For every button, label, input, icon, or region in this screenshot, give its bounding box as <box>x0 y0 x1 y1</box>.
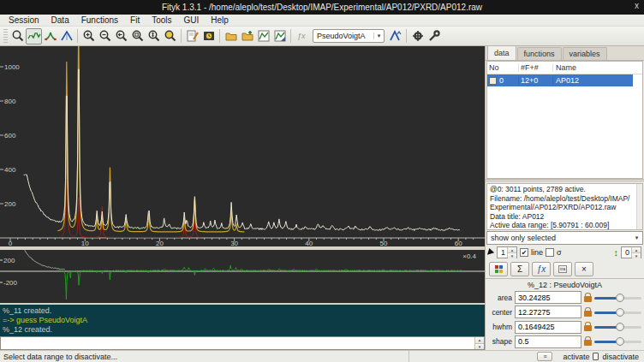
param-slider-area[interactable] <box>594 293 641 303</box>
export-data-icon[interactable] <box>255 28 271 45</box>
run-fit-icon[interactable] <box>409 28 426 45</box>
info-scrollbar[interactable] <box>636 184 642 229</box>
plot-column: 01020304050602004006008001000 200-200×0.… <box>0 46 485 350</box>
menu-fit[interactable]: Fit <box>125 15 145 25</box>
session-log-icon[interactable] <box>200 28 217 45</box>
tab-functions[interactable]: functions <box>517 47 562 60</box>
menu-gui[interactable]: GUI <box>179 15 205 25</box>
main-content: 01020304050602004006008001000 200-200×0.… <box>0 46 644 350</box>
auto-add-icon[interactable]: ƒx <box>294 28 310 45</box>
y-tick-label: 800 <box>4 98 16 105</box>
edit-script-icon[interactable] <box>184 28 200 45</box>
zoom-all-icon[interactable] <box>129 28 146 45</box>
point-size-value: 1 <box>498 247 507 258</box>
fx-icon: ƒx <box>537 264 546 274</box>
open-recent-data-icon[interactable] <box>239 28 255 45</box>
table-row[interactable]: 0 12+0 AP012 <box>487 74 633 86</box>
add-auto-peak-icon[interactable] <box>387 28 403 45</box>
param-label: hwhm <box>487 323 512 331</box>
param-row-area: area <box>487 290 641 305</box>
param-input-hwhm[interactable] <box>515 321 581 334</box>
close-icon: × <box>581 264 587 274</box>
sigma-checkbox[interactable] <box>546 248 554 257</box>
lock-icon[interactable] <box>584 340 592 346</box>
line-checkbox[interactable]: ✔ <box>520 248 528 257</box>
menu-functions[interactable]: Functions <box>76 15 123 25</box>
zoom-vertical-icon[interactable] <box>146 28 162 45</box>
param-input-shape[interactable] <box>515 335 581 348</box>
param-slider-hwhm[interactable] <box>594 322 641 332</box>
tab-data[interactable]: data <box>487 45 516 60</box>
info-line: Filename: /home/aleplo/test/Desktop/IMAP… <box>490 194 640 204</box>
menu-tools[interactable]: Tools <box>146 15 176 25</box>
lock-icon[interactable] <box>584 311 592 317</box>
toolbar-grip[interactable] <box>3 29 8 43</box>
lock-icon[interactable] <box>584 325 592 331</box>
info-line: Active data range: [5.90791 : 60.009] <box>490 221 640 230</box>
y-tick-label: 400 <box>4 166 16 174</box>
menu-help[interactable]: Help <box>206 15 234 25</box>
slider-thumb[interactable] <box>616 308 624 317</box>
dataset-checkbox[interactable] <box>489 77 497 85</box>
add-peak-mode-icon[interactable] <box>42 28 58 45</box>
sidebar-splitter[interactable] <box>486 179 644 182</box>
param-label: shape <box>487 337 512 346</box>
param-slider-shape[interactable] <box>594 336 641 347</box>
fit-settings-icon[interactable] <box>426 28 442 45</box>
spin-up-icon[interactable]: ▴ <box>632 247 641 253</box>
command-history-spinner[interactable]: ▴ ▾ <box>474 337 484 349</box>
mouse-mode-button[interactable]: ≡ <box>537 352 552 361</box>
delete-button[interactable]: × <box>575 262 593 276</box>
param-input-center[interactable] <box>515 306 581 318</box>
sum-button[interactable]: Σ <box>510 262 529 276</box>
toolbar-separator <box>290 29 291 43</box>
function-labels-button[interactable]: ƒx <box>532 262 551 276</box>
auxiliary-plot[interactable]: 200-200×0.4 <box>0 250 485 303</box>
zoom-mode-icon[interactable] <box>9 28 26 45</box>
table-header: No #F+# Name <box>487 62 642 74</box>
point-size-spinner[interactable]: 1 ▴▾ <box>497 246 517 258</box>
add-point-mode-icon[interactable] <box>58 28 75 45</box>
tab-variables[interactable]: variables <box>563 47 607 60</box>
undo-zoom-icon[interactable] <box>113 28 129 45</box>
plot-export-button[interactable]: tra <box>553 262 572 276</box>
info-line: @0: 3011 points, 2789 active. <box>490 185 640 194</box>
previous-zoom-icon[interactable] <box>162 28 178 45</box>
spinner-up-icon[interactable]: ▴ <box>475 337 484 344</box>
range-mode-icon[interactable] <box>26 28 42 45</box>
x-tick-label: 20 <box>156 240 164 246</box>
slider-thumb[interactable] <box>616 323 624 331</box>
column-name: Name <box>552 63 642 72</box>
zoom-out-icon[interactable] <box>97 28 113 45</box>
shift-spinner[interactable]: 0 ▴▾ <box>621 246 641 258</box>
zoom-in-icon[interactable] <box>80 28 97 45</box>
menu-session[interactable]: Session <box>3 15 45 25</box>
dataset-table: No #F+# Name 0 12+0 AP012 <box>486 61 643 179</box>
color-style-button[interactable] <box>489 262 508 276</box>
menu-data[interactable]: Data <box>46 15 75 25</box>
parameter-panel: areacenterhwhmshape <box>486 290 644 350</box>
slider-thumb[interactable] <box>616 337 624 346</box>
lock-icon[interactable] <box>584 296 592 302</box>
open-data-icon[interactable] <box>223 28 239 45</box>
param-input-area[interactable] <box>515 291 581 304</box>
sidebar-tabs: data functions variables <box>486 46 644 61</box>
save-image-icon[interactable] <box>271 28 288 45</box>
line-label: line <box>531 248 543 257</box>
shift-icon: ↕ <box>614 248 619 257</box>
spin-down-icon[interactable]: ▾ <box>508 253 516 258</box>
palette-icon <box>495 265 503 273</box>
param-slider-center[interactable] <box>594 307 641 317</box>
slider-thumb[interactable] <box>616 294 624 302</box>
show-filter-dropdown[interactable]: show only selected ▾ <box>486 231 643 245</box>
x-tick-label: 40 <box>305 240 313 246</box>
aux-y-tick-label: 200 <box>3 257 15 264</box>
spin-down-icon[interactable]: ▾ <box>632 253 641 258</box>
close-icon[interactable]: x <box>635 1 639 10</box>
function-type-combobox[interactable]: PseudoVoigtA▾ <box>313 29 385 43</box>
spin-up-icon[interactable]: ▴ <box>508 247 516 253</box>
spinner-down-icon[interactable]: ▾ <box>475 344 484 350</box>
command-input[interactable] <box>1 337 474 349</box>
sidebar: data functions variables No #F+# Name 0 … <box>485 46 644 350</box>
main-plot[interactable]: 01020304050602004006008001000 <box>0 46 485 246</box>
